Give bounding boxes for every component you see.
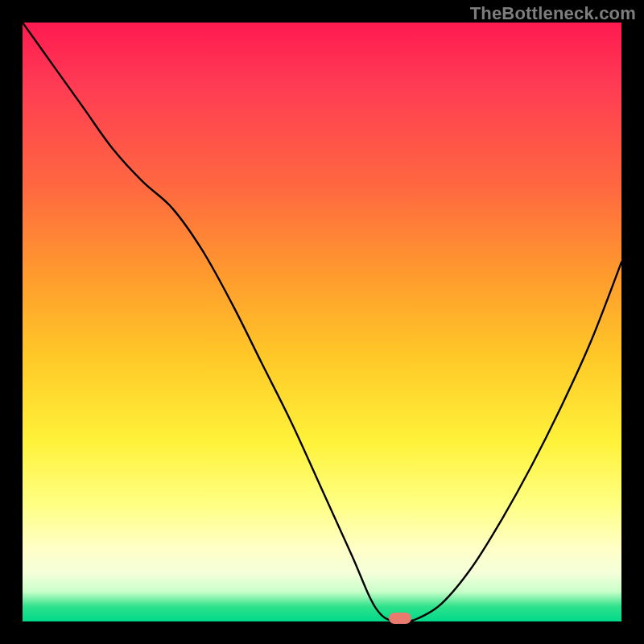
watermark-text: TheBottleneck.com: [470, 3, 636, 24]
chart-frame: TheBottleneck.com: [0, 0, 644, 644]
optimal-marker: [389, 613, 411, 624]
plot-area: [23, 23, 621, 621]
bottleneck-curve: [23, 23, 621, 621]
